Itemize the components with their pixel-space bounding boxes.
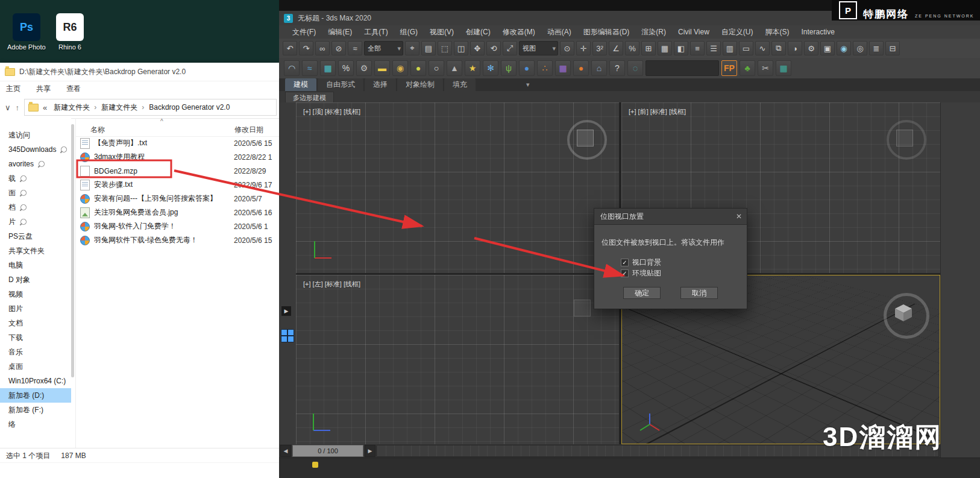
- checkbox-row[interactable]: 视口背景: [621, 257, 661, 268]
- sidebar-item[interactable]: Win10Prox64 (C:): [0, 374, 71, 388]
- fp-badge[interactable]: FP: [721, 60, 737, 76]
- sidebar-item[interactable]: 片: [0, 215, 71, 229]
- ribbon-tab[interactable]: 选择: [365, 78, 396, 91]
- sphere-primitive-icon[interactable]: ●: [410, 60, 426, 76]
- next-frame-icon[interactable]: ▶: [365, 445, 375, 457]
- isolate-selection-icon[interactable]: ◎: [853, 41, 867, 55]
- max-menu-item[interactable]: 脚本(S): [759, 27, 795, 37]
- teal-grid-icon[interactable]: ▦: [776, 60, 791, 76]
- color-dots-icon[interactable]: ∴: [537, 60, 553, 76]
- blue-sphere-icon[interactable]: ●: [519, 60, 535, 76]
- undo-icon[interactable]: ↶: [283, 41, 297, 55]
- window-crossing-icon[interactable]: ◫: [454, 41, 468, 55]
- sidebar-item[interactable]: 新加卷 (D:): [0, 388, 71, 403]
- max-menu-item[interactable]: 创建(C): [460, 27, 497, 37]
- viewcube-face[interactable]: [574, 300, 591, 316]
- cone-primitive-icon[interactable]: ▲: [447, 60, 462, 76]
- water-icon[interactable]: ≈: [302, 60, 318, 76]
- snaps-toggle-icon[interactable]: 3²: [592, 41, 607, 55]
- sidebar-item[interactable]: 档: [0, 200, 71, 215]
- max-menu-item[interactable]: 视图(V): [424, 27, 460, 37]
- use-pivot-point-icon[interactable]: ⊙: [560, 41, 574, 55]
- snowflake-icon[interactable]: ✻: [483, 60, 498, 76]
- align-icon[interactable]: ≡: [690, 41, 705, 55]
- address-bar[interactable]: « 新建文件夹新建文件夹Backdrop Generator v2.0: [24, 99, 277, 116]
- ribbon-overflow-icon[interactable]: ▾: [523, 80, 533, 90]
- script-input[interactable]: [645, 60, 719, 76]
- max-menu-item[interactable]: 修改器(M): [497, 27, 541, 37]
- mirror-icon[interactable]: ◧: [674, 41, 688, 55]
- sidebar-scrollbar[interactable]: [71, 124, 74, 377]
- soft-selection-icon[interactable]: ◠: [284, 60, 300, 76]
- building-icon[interactable]: ⌂: [591, 60, 607, 76]
- ribbon-subtab-polygon-modeling[interactable]: 多边形建模: [285, 92, 334, 104]
- dashed-circle-icon[interactable]: ◌: [627, 60, 643, 76]
- viewport-label-top[interactable]: [+] [顶] [标准] [线框]: [303, 107, 360, 116]
- foliage-icon[interactable]: ψ: [501, 60, 517, 76]
- bind-to-space-warp-icon[interactable]: ≈: [348, 41, 362, 55]
- sidebar-item[interactable]: 桌面: [0, 359, 71, 374]
- explorer-titlebar[interactable]: D:\新建文件夹\新建文件夹\Backdrop Generator v2.0: [0, 63, 279, 81]
- rectangular-selection-region-icon[interactable]: ⬚: [438, 41, 452, 55]
- max-menu-item[interactable]: 工具(T): [358, 27, 394, 37]
- sidebar-item[interactable]: 络: [0, 417, 71, 432]
- percent-snap-icon[interactable]: %: [625, 41, 639, 55]
- viewcube-face[interactable]: [896, 130, 913, 146]
- sidebar-item[interactable]: 电脑: [0, 258, 71, 272]
- cancel-button[interactable]: 取消: [680, 287, 718, 299]
- viewport-label-left[interactable]: [+] [左] [标准] [线框]: [303, 280, 360, 289]
- file-row[interactable]: 安装步骤.txt 2022/9/6 17: [76, 178, 279, 192]
- edit-named-selection-sets-icon[interactable]: ▦: [658, 41, 672, 55]
- file-row[interactable]: 3dmax使用教程 2022/8/22 1: [76, 150, 279, 164]
- column-header-date[interactable]: 修改日期: [234, 125, 263, 135]
- breadcrumb-item[interactable]: Backdrop Generator v2.0: [146, 103, 232, 112]
- explorer-menu-item[interactable]: 共享: [36, 84, 51, 94]
- viewport-left[interactable]: [+] [左] [标准] [线框]: [296, 275, 619, 444]
- select-and-link-icon[interactable]: ∞: [315, 41, 330, 55]
- plane-primitive-icon[interactable]: ▬: [374, 60, 390, 76]
- breadcrumb-item[interactable]: 新建文件夹: [99, 102, 146, 113]
- toggle-scene-explorer-icon[interactable]: ☰: [706, 41, 721, 55]
- gears-icon[interactable]: ⚙: [356, 60, 372, 76]
- view-list-icon[interactable]: ≣: [869, 41, 884, 55]
- chevrons-left-icon[interactable]: «: [43, 103, 47, 112]
- sidebar-item[interactable]: avorites: [0, 157, 71, 171]
- sidebar-item[interactable]: 文档: [0, 316, 71, 330]
- desktop-icon-rhino[interactable]: R6 Rhino 6: [51, 13, 89, 51]
- max-menu-item[interactable]: 组(G): [394, 27, 424, 37]
- sidebar-item[interactable]: 图片: [0, 301, 71, 316]
- grid-panels-icon[interactable]: ⊟: [885, 41, 900, 55]
- sidebar-item[interactable]: 新加卷 (F:): [0, 403, 71, 417]
- select-by-name-icon[interactable]: ▤: [421, 41, 436, 55]
- tree-icon[interactable]: ♣: [740, 60, 755, 76]
- teapot-primitive-icon[interactable]: ◉: [392, 60, 408, 76]
- select-and-rotate-icon[interactable]: ⟲: [486, 41, 501, 55]
- checkbox-icon[interactable]: [621, 259, 629, 266]
- rendered-frame-window-icon[interactable]: ▣: [820, 41, 835, 55]
- render-setup-icon[interactable]: ⚙: [804, 41, 818, 55]
- close-icon[interactable]: ✕: [731, 212, 747, 221]
- angle-snap-icon[interactable]: ∠: [609, 41, 623, 55]
- max-menu-item[interactable]: Civil View: [672, 28, 715, 36]
- ribbon-tab[interactable]: 自由形式: [318, 78, 363, 91]
- sidebar-item[interactable]: 音乐: [0, 345, 71, 359]
- max-menu-item[interactable]: Interactive: [795, 28, 840, 36]
- file-row[interactable]: 安装有问题---【上羽兔问答搜索答案】 2020/5/7: [76, 192, 279, 206]
- file-row[interactable]: 【免责声明】.txt 2020/5/6 15: [76, 136, 279, 150]
- orange-ball-icon[interactable]: ●: [573, 60, 589, 76]
- file-row[interactable]: 羽兔网-软件入门免费学！ 2020/5/6 1: [76, 219, 279, 233]
- explorer-menu-item[interactable]: 查看: [66, 84, 81, 94]
- expand-toolbar-icon[interactable]: ▶: [281, 306, 291, 316]
- sidebar-item[interactable]: 面: [0, 186, 71, 200]
- selection-filter-dropdown[interactable]: 全部: [364, 41, 403, 55]
- spinner-snap-icon[interactable]: ⊞: [641, 41, 656, 55]
- viewport-top[interactable]: [+] [顶] [标准] [线框]: [296, 102, 619, 273]
- ribbon-tab[interactable]: 对象绘制: [397, 78, 443, 91]
- select-and-scale-icon[interactable]: ⤢: [503, 41, 517, 55]
- redo-icon[interactable]: ↷: [299, 41, 313, 55]
- max-menu-item[interactable]: 自定义(U): [715, 27, 759, 37]
- file-row[interactable]: 羽兔网软件下载-绿色免费无毒！ 2020/5/6 15: [76, 233, 279, 247]
- file-row[interactable]: BDGen2.mzp 2022/8/29: [76, 164, 279, 178]
- viewport-label-front[interactable]: [+] [前] [标准] [线框]: [629, 107, 686, 116]
- schematic-view-icon[interactable]: ⧉: [771, 41, 786, 55]
